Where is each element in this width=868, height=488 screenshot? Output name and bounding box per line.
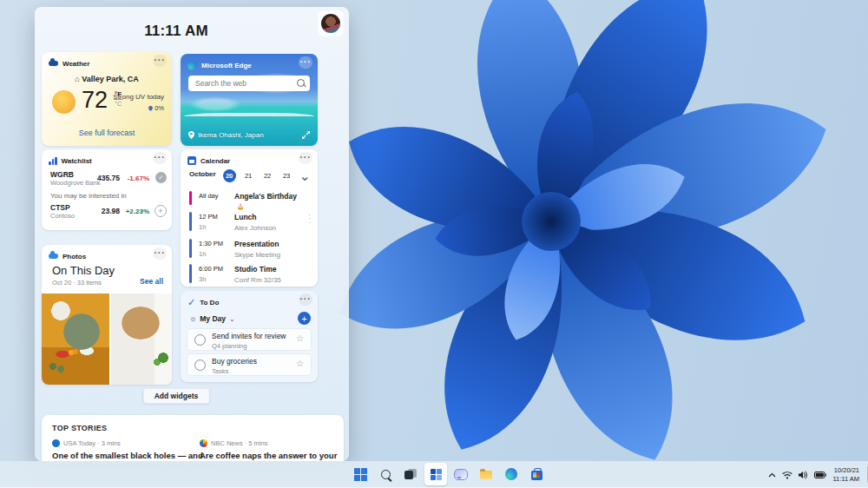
todo-check-icon: ✓ [187,297,195,308]
calendar-more-button[interactable]: ··· [299,152,312,164]
calendar-day[interactable]: 23 [280,169,293,182]
calendar-day-selected[interactable]: 20 [223,169,236,182]
news-story[interactable]: USA Today · 3 mins One of the smallest b… [52,439,191,460]
story-source: NBC News · 5 mins [200,439,339,447]
profile-button[interactable] [318,10,344,36]
photo-thumbnail-chair[interactable] [111,293,172,385]
photos-header: Photos [49,250,165,262]
stock-row[interactable]: CTSP Contoso 23.98 +2.23% + [50,203,167,221]
expand-icon[interactable] [302,131,310,139]
chevron-down-icon[interactable]: ⌄ [299,168,311,184]
added-check-icon[interactable]: ✓ [155,172,167,183]
battery-icon[interactable] [814,472,826,478]
add-widgets-button[interactable]: Add widgets [143,388,210,404]
photos-more-button[interactable]: ··· [153,247,167,260]
weather-precipitation: 0% [148,104,164,112]
task-view-button[interactable] [399,463,422,485]
event-title: LunchAlex Johnson [234,212,300,234]
task-title: Send invites for reviewQ4 planning [212,332,286,352]
microsoft-store-button[interactable] [525,463,548,485]
wifi-icon[interactable] [782,471,792,479]
hidden-icons-chevron[interactable] [768,472,776,478]
watchlist-title: Watchlist [62,157,92,165]
volume-icon[interactable] [799,471,808,479]
taskbar-icons [349,463,548,485]
todo-widget[interactable]: ✓ To Do ··· ☼ My Day ⌄ + Send invites fo… [181,291,318,382]
edge-icon [505,468,517,480]
avatar [321,14,340,33]
watchlist-widget[interactable]: Watchlist ··· WGRB Woodgrove Bank 435.75… [42,149,172,230]
edge-title: Microsoft Edge [201,62,252,69]
task-checkbox[interactable] [194,359,206,371]
photos-heading: On This Day [52,264,115,277]
news-story[interactable]: NBC News · 5 mins Are coffee naps the an… [200,439,339,460]
photo-collage [42,293,172,385]
chevron-down-icon: ⌄ [229,315,235,323]
widgets-icon [431,469,442,480]
story-source: USA Today · 3 mins [52,439,191,447]
todo-header: ✓ To Do [187,296,311,308]
calendar-month: October [189,170,216,178]
photos-widget[interactable]: Photos ··· On This Day Oct 20 · 33 items… [42,245,172,385]
stock-row[interactable]: WGRB Woodgrove Bank 435.75 -1.67% ✓ [50,170,167,188]
calendar-event[interactable]: All day Angela's Birthday [189,189,311,205]
task-row[interactable]: Buy groceriesTasks ☆ [187,354,311,375]
tray-date: 10/20/21 [832,466,859,475]
chat-button[interactable] [450,463,472,485]
my-day-icon: ☼ [189,314,196,323]
edge-photo-caption: Ikema Ohashi, Japan [188,131,264,139]
add-stock-button[interactable]: + [155,205,167,217]
wallpaper-bloom-image [330,0,868,488]
event-options-icon[interactable]: ··· [308,214,311,225]
weather-icon [49,59,58,69]
task-title: Buy groceriesTasks [212,357,257,377]
file-explorer-button[interactable] [475,463,497,485]
weather-widget[interactable]: Weather ··· ⌂ Valley Park, CA 72 °F °C S… [42,52,172,146]
event-color-bar [189,239,192,258]
star-icon[interactable]: ☆ [296,359,304,368]
stock-price: 23.98 [102,207,120,215]
star-icon[interactable]: ☆ [296,333,304,343]
see-all-link[interactable]: See all [140,277,163,286]
weather-location: ⌂ Valley Park, CA [42,75,172,83]
calendar-day[interactable]: 22 [261,169,274,182]
clock-date-tray[interactable]: 10/20/21 11:11 AM [832,466,859,484]
edge-search-input[interactable] [188,76,310,91]
calendar-day-strip: 20 21 22 23 ⌄ [223,168,311,184]
nbc-news-icon [200,439,207,447]
watchlist-header: Watchlist [49,155,165,167]
watchlist-chart-icon [49,157,57,165]
calendar-event[interactable]: 1:30 PM1h PresentationSkype Meeting [189,237,311,260]
desktop: 11:11 AM Weather ··· ⌂ Valley Park, CA 7… [0,0,868,488]
widgets-button[interactable] [424,463,447,485]
calendar-event[interactable]: 6:00 PM3h Studio TimeConf Rm 32/35 [189,262,311,285]
edge-more-button[interactable]: ··· [299,56,312,69]
search-icon [381,470,391,479]
event-color-bar [189,264,192,283]
weather-more-button[interactable]: ··· [153,55,167,67]
todo-list-selector[interactable]: ☼ My Day ⌄ + [189,312,311,326]
start-button[interactable] [349,463,372,485]
chat-icon [454,469,468,480]
calendar-day[interactable]: 21 [242,169,255,182]
photo-thumbnail-still-life[interactable] [42,293,109,385]
task-row[interactable]: Send invites for reviewQ4 planning ☆ [187,329,311,350]
stock-change: -1.67% [128,175,149,182]
event-time: 6:00 PM3h [199,264,230,284]
watchlist-more-button[interactable]: ··· [153,152,167,164]
widgets-panel: 11:11 AM Weather ··· ⌂ Valley Park, CA 7… [35,7,349,461]
edge-widget[interactable]: Microsoft Edge ··· Ikema Ohashi, Japan [181,54,318,146]
calendar-widget[interactable]: Calendar ··· October 20 21 22 23 ⌄ All d… [181,149,318,287]
calendar-event[interactable]: 12 PM1h LunchAlex Johnson ··· [189,210,311,233]
edge-browser-button[interactable] [500,463,523,485]
event-time: 12 PM1h [199,212,230,232]
droplet-icon [148,105,154,111]
search-button[interactable] [374,463,397,485]
photos-title: Photos [62,253,86,260]
photos-subheading: Oct 20 · 33 items [52,279,102,287]
todo-more-button[interactable]: ··· [299,293,312,306]
see-full-forecast-link[interactable]: See full forecast [42,129,172,137]
add-task-button[interactable]: + [298,312,311,325]
stock-change: +2.23% [126,208,149,215]
task-checkbox[interactable] [194,334,206,346]
